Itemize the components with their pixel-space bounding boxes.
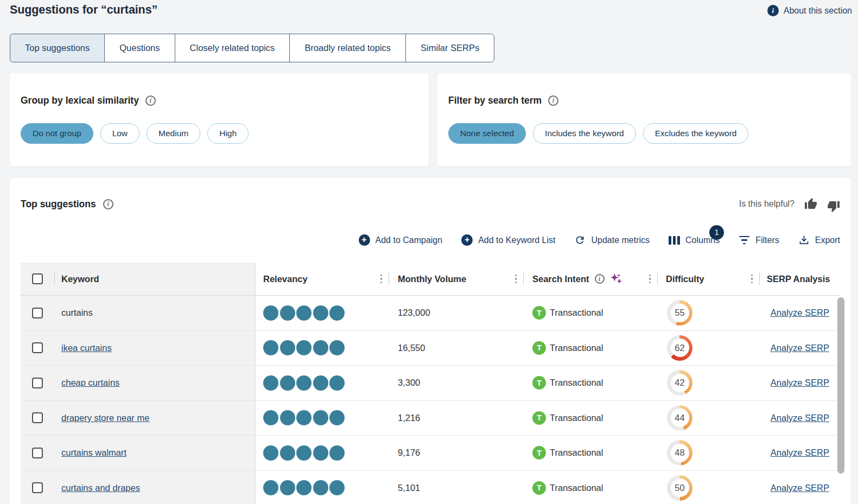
column-menu-icon[interactable] <box>751 275 753 284</box>
relevancy-dots <box>256 401 389 436</box>
tab-top-suggestions[interactable]: Top suggestions <box>10 34 105 62</box>
analyze-serp-link[interactable]: Analyze SERP <box>771 448 829 458</box>
relevancy-dot <box>329 445 345 461</box>
suggestion-tabs: Top suggestionsQuestionsClosely related … <box>10 34 494 62</box>
filter-options: None selectedIncludes the keywordExclude… <box>448 123 840 144</box>
export-button[interactable]: Export <box>798 234 840 246</box>
relevancy-dots <box>256 436 389 470</box>
intent-label: Transactional <box>550 308 603 318</box>
pill-medium[interactable]: Medium <box>147 123 200 144</box>
keyword-link[interactable]: curtains walmart <box>61 448 126 458</box>
analyze-serp-link[interactable]: Analyze SERP <box>771 343 829 353</box>
relevancy-dot <box>263 445 278 461</box>
group-options: Do not groupLowMediumHigh <box>21 123 418 144</box>
thumbs-up-icon[interactable] <box>804 197 817 210</box>
intent-label: Transactional <box>550 483 603 493</box>
thumbs-down-icon[interactable] <box>827 200 840 213</box>
intent-label: Transactional <box>550 448 603 458</box>
plus-circle-icon: + <box>461 234 473 246</box>
results-card: Top suggestions i Is this helpful? + Add… <box>10 178 851 504</box>
pill-none-selected[interactable]: None selected <box>448 123 526 144</box>
relevancy-dot <box>329 305 345 321</box>
relevancy-dot <box>280 480 295 495</box>
difficulty-value: 62 <box>675 343 684 353</box>
keyword-link[interactable]: ikea curtains <box>61 343 112 353</box>
relevancy-dot <box>280 375 295 391</box>
table-row: curtains and drapes 5,101 T Transactiona… <box>21 471 840 504</box>
info-icon[interactable]: i <box>103 199 113 209</box>
keyword-link[interactable]: curtains and drapes <box>61 483 140 493</box>
row-checkbox[interactable] <box>32 308 43 318</box>
update-metrics-button[interactable]: Update metrics <box>574 234 650 246</box>
row-checkbox[interactable] <box>32 448 43 458</box>
relevancy-dot <box>329 375 345 391</box>
refresh-icon <box>574 234 586 246</box>
keyword-suggestions-page: Suggestions for “curtains” i About this … <box>0 0 858 504</box>
filters-button[interactable]: Filters <box>739 235 779 245</box>
add-to-campaign-button[interactable]: + Add to Campaign <box>359 234 443 246</box>
analyze-serp-link[interactable]: Analyze SERP <box>771 308 829 318</box>
difficulty-value: 50 <box>675 483 684 493</box>
relevancy-dot <box>263 340 278 355</box>
relevancy-dot <box>263 480 278 495</box>
info-icon[interactable]: i <box>548 95 558 106</box>
tab-broadly-related-topics[interactable]: Broadly related topics <box>289 34 406 62</box>
pill-includes-the-keyword[interactable]: Includes the keyword <box>533 123 636 144</box>
suggestions-table: Keyword Relevancy Monthly Volume Search … <box>21 263 840 504</box>
table-row: curtains walmart 9,176 T Transactional 4… <box>21 436 840 471</box>
relevancy-dot <box>296 445 312 461</box>
relevancy-dot <box>313 410 328 425</box>
tab-similar-serps[interactable]: Similar SERPs <box>405 34 494 62</box>
keyword-link[interactable]: drapery store near me <box>61 413 149 423</box>
info-icon[interactable]: i <box>145 95 156 106</box>
analyze-serp-link[interactable]: Analyze SERP <box>771 483 829 493</box>
plus-circle-icon: + <box>359 234 370 246</box>
intent-badge: T <box>532 446 546 460</box>
relevancy-dot <box>296 305 312 321</box>
ai-sparkles-icon <box>609 272 623 286</box>
difficulty-value: 55 <box>675 308 684 318</box>
table-row: drapery store near me 1,216 T Transactio… <box>21 401 840 436</box>
about-this-section-link[interactable]: i About this section <box>767 5 852 16</box>
download-icon <box>798 234 810 246</box>
table-scrollbar-thumb[interactable] <box>837 297 844 474</box>
tab-questions[interactable]: Questions <box>104 34 175 62</box>
relevancy-dots <box>256 331 389 366</box>
column-menu-icon[interactable] <box>649 275 651 284</box>
pill-low[interactable]: Low <box>100 123 139 144</box>
relevancy-dot <box>313 445 328 461</box>
keyword-link[interactable]: cheap curtains <box>61 378 119 388</box>
columns-button[interactable]: Columns 1 <box>669 235 720 245</box>
row-checkbox[interactable] <box>32 342 43 353</box>
relevancy-dot <box>313 305 328 321</box>
column-menu-icon[interactable] <box>515 275 517 284</box>
relevancy-dot <box>329 480 345 495</box>
filter-icon <box>739 236 750 245</box>
info-icon[interactable]: i <box>595 274 605 284</box>
monthly-volume-value: 5,101 <box>389 471 523 504</box>
monthly-volume-value: 16,550 <box>389 331 523 366</box>
relevancy-dot <box>313 340 328 355</box>
select-all-checkbox[interactable] <box>32 273 43 284</box>
relevancy-dot <box>313 480 328 495</box>
row-checkbox[interactable] <box>32 378 43 388</box>
pill-high[interactable]: High <box>207 123 249 144</box>
difficulty-donut: 55 <box>667 300 692 326</box>
table-header: Keyword Relevancy Monthly Volume Search … <box>21 263 840 296</box>
monthly-volume-value: 9,176 <box>389 436 523 470</box>
relevancy-dot <box>329 410 345 425</box>
intent-label: Transactional <box>550 378 603 388</box>
pill-do-not-group[interactable]: Do not group <box>21 123 93 144</box>
page-header: Suggestions for “curtains” i About this … <box>10 3 852 17</box>
column-menu-icon[interactable] <box>380 275 383 284</box>
add-to-keyword-list-button[interactable]: + Add to Keyword List <box>461 234 555 246</box>
analyze-serp-link[interactable]: Analyze SERP <box>771 413 829 423</box>
analyze-serp-link[interactable]: Analyze SERP <box>771 378 829 388</box>
difficulty-donut: 42 <box>667 370 692 395</box>
row-checkbox[interactable] <box>32 412 43 423</box>
pill-excludes-the-keyword[interactable]: Excludes the keyword <box>643 123 749 144</box>
relevancy-dot <box>263 305 278 321</box>
row-checkbox[interactable] <box>32 482 43 493</box>
tab-closely-related-topics[interactable]: Closely related topics <box>175 34 290 62</box>
table-row: ikea curtains 16,550 T Transactional 62 … <box>21 331 840 366</box>
